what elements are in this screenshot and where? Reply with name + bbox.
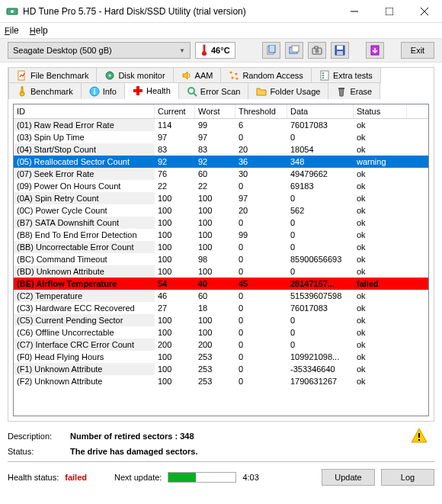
table-row[interactable]: (BE) Airflow Temperature54404528147157..… [14,278,428,290]
col-id[interactable]: ID [14,104,155,118]
screenshot-button[interactable] [308,42,326,59]
health-status-label: Health status: [8,473,59,482]
options-button[interactable] [366,42,384,59]
col-data[interactable]: Data [287,104,354,118]
cell: 109921098... [287,351,354,363]
tab-benchmark[interactable]: Benchmark [8,82,82,99]
tab-file-benchmark[interactable]: File Benchmark [8,67,97,83]
table-row[interactable]: (BD) Unknown Attribute10010000ok [14,265,428,278]
table-row[interactable]: (C6) Offline Uncorrectable10010000ok [14,326,428,339]
log-button[interactable]: Log [381,469,434,486]
drive-dropdown[interactable]: Seagate Desktop (500 gB) ▼ [8,42,191,59]
next-update-label: Next update: [114,473,162,482]
menu-help[interactable]: Help [30,25,48,36]
svg-rect-39 [338,88,344,89]
cell: 0 [287,192,354,204]
cell: 97 [155,131,195,143]
table-row[interactable]: (B7) SATA Downshift Count10010000ok [14,217,428,229]
tab-random-access[interactable]: Random Access [220,67,311,83]
table-row[interactable]: (F2) Unknown Attribute10025301790631267o… [14,375,428,387]
col-worst[interactable]: Worst [195,104,235,118]
cell: (F1) Unknown Attribute [14,363,155,375]
table-row[interactable]: (BC) Command Timeout10098085900656693ok [14,253,428,265]
table-row[interactable]: (09) Power On Hours Count2222069183ok [14,180,428,192]
cell: 0 [287,265,354,278]
screenshot-copy-button[interactable] [285,42,303,59]
minimize-button[interactable] [337,0,372,23]
cell: ok [354,290,407,302]
cell: 36 [235,156,287,168]
table-row[interactable]: (0C) Power Cycle Count10010020562ok [14,204,428,217]
table-row[interactable]: (0A) Spin Retry Count100100970ok [14,192,428,204]
cell: ok [354,143,407,156]
cell: 99 [235,229,287,241]
tab-health[interactable]: Health [124,82,179,99]
tab-aam[interactable]: AAM [173,67,222,83]
table-row[interactable]: (05) Reallocated Sector Count929236348wa… [14,156,428,168]
svg-rect-27 [321,71,328,80]
cell: 200 [155,339,195,351]
tab-erase[interactable]: Erase [328,82,380,99]
cell: 22 [195,180,235,192]
table-row[interactable]: (F1) Unknown Attribute1002530-353346640o… [14,363,428,375]
cell: -353346640 [287,363,354,375]
tab-extra-tests[interactable]: Extra tests [311,67,381,83]
cell: 27 [155,302,195,314]
table-row[interactable]: (C3) Hardware ECC Recovered2718076017083… [14,302,428,314]
chevron-down-icon: ▼ [179,47,185,54]
cell: 18054 [287,143,354,156]
cell: ok [354,168,407,180]
cell: 0 [287,326,354,339]
svg-point-1 [11,10,14,13]
cell: ok [354,339,407,351]
close-button[interactable] [407,0,442,23]
cell: 253 [195,375,235,387]
divider [8,461,434,463]
tab-info[interactable]: iInfo [81,82,125,99]
col-current[interactable]: Current [155,104,195,118]
cell: 0 [235,265,287,278]
cell: 49479662 [287,168,354,180]
table-row[interactable]: (07) Seek Error Rate76603049479662ok [14,168,428,180]
cell: 18 [195,302,235,314]
tab-error-scan[interactable]: Error Scan [178,82,249,99]
table-row[interactable]: (01) Raw Read Error Rate11499676017083ok [14,119,428,131]
table-header: ID Current Worst Threshold Data Status [14,104,428,119]
disk-monitor-icon [104,70,115,81]
cell: 54 [155,278,195,290]
cell: 0 [235,241,287,253]
cell: 0 [235,302,287,314]
maximize-button[interactable] [372,0,407,23]
cell: 100 [195,204,235,217]
save-button[interactable] [331,42,349,59]
col-threshold[interactable]: Threshold [235,104,287,118]
table-row[interactable]: (03) Spin Up Time979700ok [14,131,428,143]
cell: 0 [287,131,354,143]
cell: 20 [235,143,287,156]
tab-folder-usage[interactable]: Folder Usage [248,82,328,99]
cell: ok [354,119,407,131]
table-row[interactable]: (BB) Uncorrectable Error Count10010000ok [14,241,428,253]
exit-button[interactable]: Exit [401,42,434,59]
cell: 100 [155,204,195,217]
cell: 0 [235,290,287,302]
cell: 97 [195,131,235,143]
cell: 0 [287,229,354,241]
update-button[interactable]: Update [322,469,375,486]
menu-file[interactable]: File [5,25,19,36]
cell: 99 [195,119,235,131]
col-status[interactable]: Status [354,104,407,118]
table-row[interactable]: (C7) Interface CRC Error Count20020000ok [14,339,428,351]
copy-info-button[interactable] [262,42,280,59]
cell: ok [354,204,407,217]
table-row[interactable]: (C5) Current Pending Sector10010000ok [14,314,428,326]
table-row[interactable]: (04) Start/Stop Count83832018054ok [14,143,428,156]
table-row[interactable]: (F0) Head Flying Hours1002530109921098..… [14,351,428,363]
table-row[interactable]: (B8) End To End Error Detection100100990… [14,229,428,241]
cell: (C6) Offline Uncorrectable [14,326,155,339]
table-row[interactable]: (C2) Temperature4660051539607598ok [14,290,428,302]
svg-rect-32 [21,87,23,92]
cell: 253 [195,363,235,375]
benchmark-icon [17,86,27,97]
tab-disk-monitor[interactable]: Disk monitor [96,67,173,83]
